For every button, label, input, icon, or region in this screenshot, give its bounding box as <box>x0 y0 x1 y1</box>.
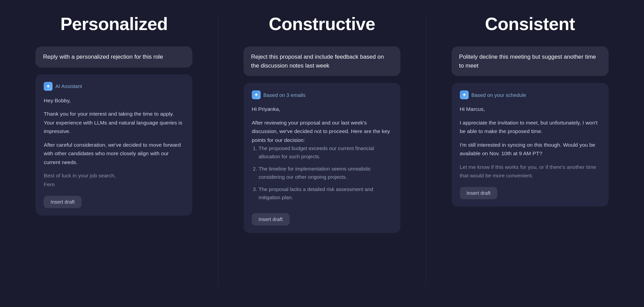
personalized-card-header: ✦AI Assistant <box>44 82 184 91</box>
consistent-paragraph-0: Hi Marcus, <box>460 105 600 114</box>
column-constructive: ConstructiveReject this proposal and inc… <box>218 14 426 287</box>
consistent-response-card: ✦Based on your scheduleHi Marcus,I appre… <box>452 83 609 207</box>
constructive-card-body: Hi Priyanka,After reviewing your proposa… <box>252 105 392 206</box>
column-consistent: ConsistentPolitely decline this meeting … <box>426 14 634 287</box>
consistent-card-body: Hi Marcus,I appreciate the invitation to… <box>460 105 600 180</box>
personalized-response-card: ✦AI AssistantHey Bobby,Thank you for you… <box>35 74 192 216</box>
constructive-insert-draft-button[interactable]: Insert draft <box>252 213 290 225</box>
personalized-card-body: Hey Bobby,Thank you for your interest an… <box>44 96 184 189</box>
consistent-insert-draft-button[interactable]: Insert draft <box>460 187 498 199</box>
personalized-insert-draft-button[interactable]: Insert draft <box>44 196 82 208</box>
constructive-ai-icon: ✦ <box>252 90 261 99</box>
constructive-list-item-2: The proposal lacks a detailed risk asses… <box>259 185 392 202</box>
constructive-header-label: Based on 3 emails <box>263 92 305 98</box>
constructive-title: Constructive <box>269 14 375 34</box>
personalized-ai-icon: ✦ <box>44 82 53 91</box>
consistent-ai-icon-symbol: ✦ <box>462 92 466 97</box>
constructive-card-header: ✦Based on 3 emails <box>252 90 392 99</box>
consistent-card-header: ✦Based on your schedule <box>460 90 600 99</box>
constructive-list-item-1: The timeline for implementation seems un… <box>259 165 392 181</box>
constructive-paragraph-1: After reviewing your proposal and our la… <box>252 118 392 145</box>
consistent-paragraph-3: Let me know if this works for you, or if… <box>460 163 600 180</box>
personalized-ai-icon-symbol: ✦ <box>46 84 50 89</box>
consistent-prompt: Politely decline this meeting but sugges… <box>452 46 609 76</box>
constructive-ai-icon-symbol: ✦ <box>254 92 258 97</box>
consistent-paragraph-2: I'm still interested in syncing on this … <box>460 141 600 158</box>
consistent-header-label: Based on your schedule <box>471 92 526 98</box>
constructive-list: The proposed budget exceeds our current … <box>252 144 392 202</box>
personalized-paragraph-1: Thank you for your interest and taking t… <box>44 109 184 136</box>
column-personalized: PersonalizedReply with a personalized re… <box>10 14 218 287</box>
personalized-title: Personalized <box>60 14 168 34</box>
personalized-prompt: Reply with a personalized rejection for … <box>35 46 192 68</box>
personalized-paragraph-2: After careful consideration, we've decid… <box>44 141 184 167</box>
constructive-list-item-0: The proposed budget exceeds our current … <box>259 144 392 161</box>
main-layout: PersonalizedReply with a personalized re… <box>10 14 634 287</box>
constructive-prompt: Reject this proposal and include feedbac… <box>244 46 400 76</box>
personalized-header-label: AI Assistant <box>55 83 82 89</box>
consistent-title: Consistent <box>485 14 575 34</box>
personalized-paragraph-3: Best of luck in your job search,Fern <box>44 171 184 189</box>
constructive-response-card: ✦Based on 3 emailsHi Priyanka,After revi… <box>244 83 400 233</box>
consistent-paragraph-1: I appreciate the invitation to meet, but… <box>460 118 600 136</box>
constructive-paragraph-0: Hi Priyanka, <box>252 105 392 114</box>
consistent-ai-icon: ✦ <box>460 90 469 99</box>
personalized-paragraph-0: Hey Bobby, <box>44 96 184 105</box>
